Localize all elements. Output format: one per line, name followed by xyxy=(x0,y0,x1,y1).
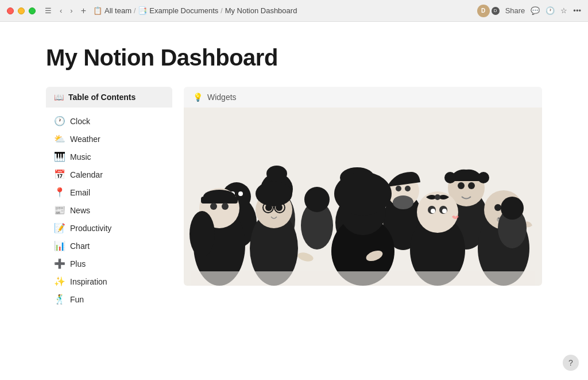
svg-point-54 xyxy=(431,209,435,213)
help-button[interactable]: ? xyxy=(563,355,579,371)
svg-point-32 xyxy=(210,203,217,210)
weather-emoji: ⛅ xyxy=(54,133,65,144)
toc-header-emoji: 📖 xyxy=(54,93,64,102)
toc-item-news-label: News xyxy=(70,206,90,215)
svg-point-18 xyxy=(405,186,411,191)
toc-item-fun[interactable]: 🕺 Fun xyxy=(48,290,170,308)
svg-point-48 xyxy=(334,172,392,216)
svg-point-62 xyxy=(501,197,524,220)
navigation-controls: ☰ ‹ › + xyxy=(42,5,88,17)
toc-item-fun-label: Fun xyxy=(70,295,84,304)
toc-items: 🕐 Clock ⛅ Weather 🎹 Music 📅 Calendar 📍 xyxy=(46,108,172,313)
toc-item-music-label: Music xyxy=(70,152,91,162)
new-page-button[interactable]: + xyxy=(79,5,88,17)
crowd-illustration xyxy=(184,108,542,286)
widgets-header-emoji: 💡 xyxy=(193,93,203,102)
news-emoji: 📰 xyxy=(54,205,65,216)
sidebar-toggle-button[interactable]: ☰ xyxy=(42,5,54,16)
toc-item-calendar-label: Calendar xyxy=(70,170,103,179)
toc-item-productivity[interactable]: 📝 Productivity xyxy=(48,219,170,237)
traffic-lights xyxy=(7,7,36,14)
toc-item-email-label: Email xyxy=(70,188,90,197)
share-label: Share xyxy=(505,6,525,15)
toc-item-weather[interactable]: ⛅ Weather xyxy=(48,130,170,148)
toc-panel: 📖 Table of Contents 🕐 Clock ⛅ Weather 🎹 … xyxy=(46,87,172,380)
calendar-emoji: 📅 xyxy=(54,169,65,180)
svg-point-22 xyxy=(458,182,465,189)
svg-point-19 xyxy=(393,195,413,209)
email-emoji: 📍 xyxy=(54,187,65,198)
help-label: ? xyxy=(568,358,573,367)
more-options-button[interactable]: ••• xyxy=(573,6,581,15)
maximize-button[interactable] xyxy=(29,7,36,14)
minimize-button[interactable] xyxy=(18,7,25,14)
toc-item-inspiration[interactable]: ✨ Inspiration xyxy=(48,272,170,290)
toc-header: 📖 Table of Contents xyxy=(46,87,172,108)
toc-item-news[interactable]: 📰 News xyxy=(48,201,170,219)
widgets-header-label: Widgets xyxy=(207,93,237,102)
breadcrumb: 📋 All team / 📑 Example Documents / My No… xyxy=(93,6,477,15)
clock-emoji: 🕐 xyxy=(54,116,65,126)
toc-header-label: Table of Contents xyxy=(68,93,136,102)
favorite-button[interactable]: ☆ xyxy=(560,6,567,15)
svg-point-55 xyxy=(442,209,447,213)
widgets-image-area xyxy=(184,108,542,286)
avatar-badge: D xyxy=(492,7,500,15)
share-button[interactable]: Share xyxy=(505,6,525,15)
titlebar: ☰ ‹ › + 📋 All team / 📑 Example Documents… xyxy=(0,0,588,22)
inspiration-emoji: ✨ xyxy=(54,276,65,287)
breadcrumb-workspace[interactable]: All team xyxy=(105,6,131,15)
toc-item-plus[interactable]: ➕ Plus xyxy=(48,255,170,272)
main-content: My Notion Dashboard 📖 Table of Contents … xyxy=(0,22,588,380)
widgets-header: 💡 Widgets xyxy=(184,87,542,108)
svg-point-24 xyxy=(444,172,456,183)
notion-icon: 📋 xyxy=(93,6,102,15)
breadcrumb-section-emoji: 📑 xyxy=(138,6,147,15)
svg-point-63 xyxy=(189,211,215,257)
music-emoji: 🎹 xyxy=(54,151,65,162)
svg-point-31 xyxy=(203,190,235,204)
svg-point-27 xyxy=(304,187,330,212)
history-button[interactable]: 🕐 xyxy=(546,6,555,15)
breadcrumb-sep-1: / xyxy=(134,7,136,15)
toc-item-email[interactable]: 📍 Email xyxy=(48,183,170,201)
page-title: My Notion Dashboard xyxy=(46,45,542,71)
svg-point-33 xyxy=(222,203,229,210)
user-avatar-area[interactable]: D D xyxy=(477,5,500,17)
toc-item-music[interactable]: 🎹 Music xyxy=(48,148,170,166)
avatar: D xyxy=(477,5,490,17)
widgets-panel: 💡 Widgets xyxy=(184,87,542,380)
svg-point-17 xyxy=(396,186,401,191)
toc-item-weather-label: Weather xyxy=(70,135,100,144)
breadcrumb-section[interactable]: Example Documents xyxy=(149,6,218,15)
toc-item-clock[interactable]: 🕐 Clock xyxy=(48,112,170,130)
svg-point-25 xyxy=(478,172,489,183)
chart-emoji: 📊 xyxy=(54,240,65,251)
content-grid: 📖 Table of Contents 🕐 Clock ⛅ Weather 🎹 … xyxy=(46,87,542,380)
comments-button[interactable]: 💬 xyxy=(531,6,540,15)
svg-rect-66 xyxy=(191,271,535,286)
plus-emoji: ➕ xyxy=(54,258,65,269)
toc-item-productivity-label: Productivity xyxy=(70,224,111,233)
toc-item-chart[interactable]: 📊 Chart xyxy=(48,237,170,255)
forward-button[interactable]: › xyxy=(68,5,75,16)
fun-emoji: 🕺 xyxy=(54,294,65,305)
toc-item-calendar[interactable]: 📅 Calendar xyxy=(48,166,170,183)
svg-point-4 xyxy=(238,191,243,196)
svg-point-58 xyxy=(494,204,501,211)
toc-item-inspiration-label: Inspiration xyxy=(70,277,107,286)
close-button[interactable] xyxy=(7,7,14,14)
svg-point-41 xyxy=(256,181,292,206)
breadcrumb-page[interactable]: My Notion Dashboard xyxy=(225,6,297,15)
toc-item-chart-label: Chart xyxy=(70,241,90,251)
toc-item-clock-label: Clock xyxy=(70,117,90,126)
svg-point-23 xyxy=(468,182,475,189)
breadcrumb-sep-2: / xyxy=(220,7,222,15)
svg-point-9 xyxy=(266,166,287,182)
productivity-emoji: 📝 xyxy=(54,222,65,233)
titlebar-right: D D Share 💬 🕐 ☆ ••• xyxy=(477,5,581,17)
toc-item-plus-label: Plus xyxy=(70,259,86,268)
svg-point-51 xyxy=(435,194,440,200)
back-button[interactable]: ‹ xyxy=(57,5,64,16)
